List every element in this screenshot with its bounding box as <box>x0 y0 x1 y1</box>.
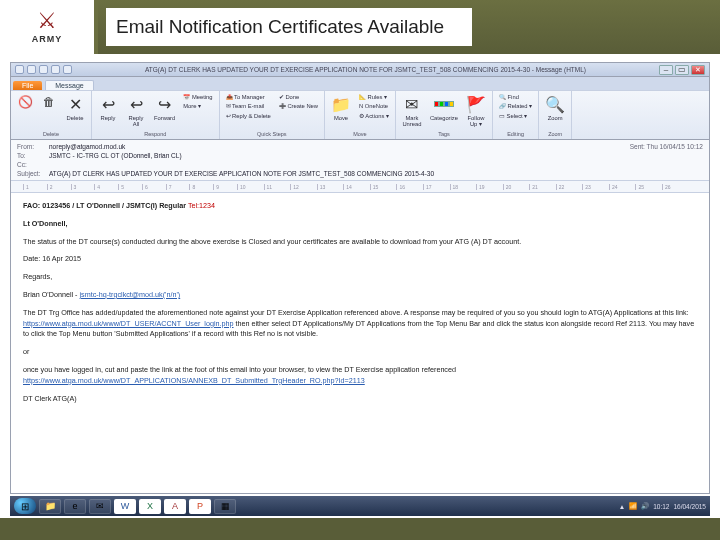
windows-taskbar: ⊞ 📁 e ✉ W X A P ▦ ▲ 📶 🔊 10:12 16/04/2015 <box>10 496 710 516</box>
slide-footer-bar <box>0 518 720 540</box>
zoom-button[interactable]: 🔍Zoom <box>543 93 567 122</box>
status-line: The status of the DT course(s) conducted… <box>23 237 697 248</box>
taskbar-excel-icon[interactable]: X <box>139 499 161 514</box>
forward-button[interactable]: ↪Forward <box>152 93 177 122</box>
ribbon-group-move: 📁Move 📐 Rules ▾ N OneNote ⚙ Actions ▾ Mo… <box>325 91 396 139</box>
delete-icon: ✕ <box>65 94 85 114</box>
fao-tel: Tel:1234 <box>188 201 215 210</box>
followup-button[interactable]: 🚩Follow Up ▾ <box>464 93 488 129</box>
regards: Regards, <box>23 272 697 283</box>
group-label: Editing <box>497 131 534 137</box>
application-link[interactable]: https://www.atga.mod.uk/www/DT_APPLICATI… <box>23 376 365 385</box>
categorize-button[interactable]: Categorize <box>428 93 460 122</box>
tray-network-icon[interactable]: 📶 <box>629 502 637 510</box>
more-respond-button[interactable]: More ▾ <box>181 102 214 110</box>
select-button[interactable]: ▭ Select ▾ <box>497 112 534 120</box>
tray-clock[interactable]: 10:12 <box>653 503 669 510</box>
taskbar-word-icon[interactable]: W <box>114 499 136 514</box>
cc-label: Cc: <box>17 161 43 168</box>
meeting-button[interactable]: 📅 Meeting <box>181 93 214 101</box>
tray-date[interactable]: 16/04/2015 <box>673 503 706 510</box>
reply-all-button[interactable]: ↩Reply All <box>124 93 148 129</box>
taskbar-outlook-icon[interactable]: ✉ <box>89 499 111 514</box>
message-body: FAO: 0123456 / LT O'Donnell / JSMTC(I) R… <box>11 193 709 493</box>
tray-flag-icon[interactable]: ▲ <box>619 503 625 510</box>
slide-header: ⚔ ARMY Email Notification Certificates A… <box>0 0 720 54</box>
create-new-button[interactable]: ➕ Create New <box>277 102 320 110</box>
signer-email-link[interactable]: jsmtc-hq-trgclkct@mod.uk('n/n') <box>80 290 181 299</box>
team-email-button[interactable]: ✉ Team E-mail <box>224 102 273 110</box>
zoom-icon: 🔍 <box>545 94 565 114</box>
qat-undo-icon[interactable] <box>27 65 36 74</box>
fao-line: FAO: 0123456 / LT O'Donnell / JSMTC(I) R… <box>23 201 188 210</box>
ribbon-group-zoom: 🔍Zoom Zoom <box>539 91 572 139</box>
message-headers: From:noreply@atgamod.mod.ukSent: Thu 16/… <box>11 140 709 181</box>
qat-redo-icon[interactable] <box>39 65 48 74</box>
qat-prev-icon[interactable] <box>51 65 60 74</box>
reply-icon: ↩ <box>98 94 118 114</box>
taskbar-access-icon[interactable]: A <box>164 499 186 514</box>
close-button[interactable]: ✕ <box>691 65 705 75</box>
mark-unread-button[interactable]: ✉Mark Unread <box>400 93 424 129</box>
taskbar-explorer-icon[interactable]: 📁 <box>39 499 61 514</box>
group-label: Move <box>329 131 391 137</box>
taskbar-ie-icon[interactable]: e <box>64 499 86 514</box>
tray-volume-icon[interactable]: 🔊 <box>641 502 649 510</box>
subject-label: Subject: <box>17 170 43 177</box>
to-manager-button[interactable]: 📤 To Manager <box>224 93 273 101</box>
ribbon-group-respond: ↩Reply ↩Reply All ↪Forward 📅 Meeting Mor… <box>92 91 220 139</box>
ribbon-group-quicksteps: 📤 To Manager ✉ Team E-mail ↩ Reply & Del… <box>220 91 326 139</box>
maximize-button[interactable]: ▭ <box>675 65 689 75</box>
reply-delete-button[interactable]: ↩ Reply & Delete <box>224 112 273 120</box>
qat-save-icon[interactable] <box>15 65 24 74</box>
reply-button[interactable]: ↩Reply <box>96 93 120 122</box>
taskbar-powerpoint-icon[interactable]: P <box>189 499 211 514</box>
file-tab[interactable]: File <box>13 81 42 90</box>
outlook-window: ATG(A) DT CLERK HAS UPDATED YOUR DT EXER… <box>10 62 710 494</box>
guidance-para-2: once you have logged in, cut and paste t… <box>23 365 456 374</box>
system-tray[interactable]: ▲ 📶 🔊 10:12 16/04/2015 <box>619 502 706 510</box>
army-badge-text: ARMY <box>32 34 63 44</box>
ribbon-group-tags: ✉Mark Unread Categorize 🚩Follow Up ▾ Tag… <box>396 91 493 139</box>
rules-button[interactable]: 📐 Rules ▾ <box>357 93 391 101</box>
sent-value: Thu 16/04/15 10:12 <box>647 143 703 150</box>
ruler: 1234567891011121314151617181920212223242… <box>11 181 709 193</box>
ribbon-group-editing: 🔍 Find 🔗 Related ▾ ▭ Select ▾ Editing <box>493 91 539 139</box>
delete-button[interactable]: ✕Delete <box>63 93 87 122</box>
outlook-titlebar: ATG(A) DT CLERK HAS UPDATED YOUR DT EXER… <box>11 63 709 77</box>
to-value: JSMTC - IC-TRG CL OT (ODonnell, Brian CL… <box>49 152 182 159</box>
window-title: ATG(A) DT CLERK HAS UPDATED YOUR DT EXER… <box>72 66 659 73</box>
minimize-button[interactable]: – <box>659 65 673 75</box>
flag-icon: 🚩 <box>466 94 486 114</box>
group-label: Delete <box>15 131 87 137</box>
date-line: Date: 16 Apr 2015 <box>23 254 697 265</box>
group-label: Quick Steps <box>224 131 321 137</box>
find-button[interactable]: 🔍 Find <box>497 93 534 101</box>
onenote-button[interactable]: N OneNote <box>357 102 391 110</box>
sent-label: Sent: <box>630 143 645 150</box>
qat-next-icon[interactable] <box>63 65 72 74</box>
signer-name: Brian O'Donnell - <box>23 290 80 299</box>
slide-title-bar: Email Notification Certificates Availabl… <box>98 0 720 54</box>
done-button[interactable]: ✔ Done <box>277 93 320 101</box>
salutation: Lt O'Donnell, <box>23 219 67 228</box>
ribbon-group-delete: 🚫 🗑 ✕Delete Delete <box>11 91 92 139</box>
move-button[interactable]: 📁Move <box>329 93 353 122</box>
ignore-button[interactable]: 🚫 <box>15 93 35 111</box>
quick-access-toolbar <box>15 65 72 74</box>
junk-button[interactable]: 🗑 <box>39 93 59 111</box>
related-button[interactable]: 🔗 Related ▾ <box>497 102 534 110</box>
login-link[interactable]: https://www.atga.mod.uk/www/DT_USER/ACCN… <box>23 319 234 328</box>
group-label: Respond <box>96 131 215 137</box>
from-label: From: <box>17 143 43 150</box>
taskbar-app-icon[interactable]: ▦ <box>214 499 236 514</box>
ribbon-tabs: File Message <box>11 77 709 90</box>
group-label: Zoom <box>543 131 567 137</box>
army-crest-icon: ⚔ <box>37 10 57 32</box>
ignore-icon: 🚫 <box>17 94 33 110</box>
start-button[interactable]: ⊞ <box>14 498 36 514</box>
message-tab[interactable]: Message <box>45 80 93 90</box>
army-badge: ⚔ ARMY <box>0 0 98 54</box>
to-label: To: <box>17 152 43 159</box>
actions-button[interactable]: ⚙ Actions ▾ <box>357 112 391 120</box>
